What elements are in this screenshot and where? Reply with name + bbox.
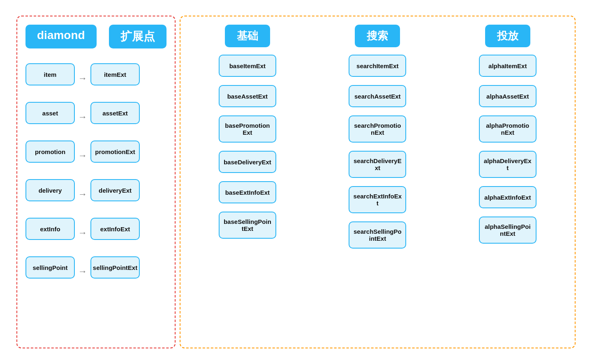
node-itemExt: itemExt <box>90 63 140 85</box>
search-item-4: searchExtInfoExt <box>349 186 406 213</box>
node-promotionExt: promotionExt <box>90 141 140 163</box>
sections-right: 基础 baseItemExt baseAssetExt basePromotio… <box>180 16 576 348</box>
arrow-icon-2: → <box>78 112 87 122</box>
base-item-5: baseSellingPointExt <box>219 212 276 239</box>
base-item-4: baseExtInfoExt <box>219 181 276 203</box>
arrow-icon-4: → <box>78 189 87 200</box>
alpha-item-4: alphaExtInfoExt <box>479 186 536 208</box>
diamond-headers: diamond 扩展点 <box>25 25 166 56</box>
row-item: item → itemExt <box>25 63 166 94</box>
base-item-2: basePromotionExt <box>219 115 276 143</box>
search-item-5: searchSellingPointExt <box>349 221 406 249</box>
base-item-0: baseItemExt <box>219 55 276 77</box>
base-item-1: baseAssetExt <box>219 85 276 107</box>
node-assetExt: assetExt <box>90 102 140 124</box>
node-deliveryExt: deliveryExt <box>90 179 140 201</box>
node-extInfo: extInfo <box>25 218 75 240</box>
col-alpha: 投放 alphaItemExt alphaAssetExt alphaPromo… <box>445 25 571 339</box>
node-asset: asset <box>25 102 75 124</box>
section-diamond: diamond 扩展点 item → itemExt asset → <box>16 16 176 348</box>
arrow-icon-5: → <box>78 228 87 238</box>
row-sellingPoint: sellingPoint → sellingPointExt <box>25 256 166 287</box>
alpha-item-0: alphaItemExt <box>479 55 536 77</box>
row-extInfo: extInfo → extInfoExt <box>25 218 166 248</box>
row-asset: asset → assetExt <box>25 102 166 132</box>
row-promotion: promotion → promotionExt <box>25 141 166 171</box>
search-item-0: searchItemExt <box>349 55 406 77</box>
alpha-item-2: alphaPromotionExt <box>479 115 536 143</box>
node-promotion: promotion <box>25 141 75 163</box>
arrow-icon-6: → <box>78 266 87 277</box>
col-search: 搜索 searchItemExt searchAssetExt searchPr… <box>314 25 440 339</box>
diamond-rows: item → itemExt asset → assetExt <box>25 63 166 295</box>
arrow-icon-3: → <box>78 150 87 161</box>
search-item-2: searchPromotionExt <box>349 115 406 143</box>
search-item-3: searchDeliveryExt <box>349 151 406 178</box>
row-delivery: delivery → deliveryExt <box>25 179 166 210</box>
col-base: 基础 baseItemExt baseAssetExt basePromotio… <box>185 25 310 339</box>
diamond-title: diamond <box>25 25 97 48</box>
alpha-item-1: alphaAssetExt <box>479 85 536 107</box>
arrow-icon: → <box>78 73 87 84</box>
base-item-3: baseDeliveryExt <box>219 151 276 173</box>
alpha-item-5: alphaSellingPointExt <box>479 217 536 244</box>
alpha-title: 投放 <box>485 25 530 47</box>
node-delivery: delivery <box>25 179 75 201</box>
base-title: 基础 <box>225 25 270 47</box>
node-sellingPoint: sellingPoint <box>25 256 75 279</box>
search-title: 搜索 <box>355 25 400 47</box>
alpha-item-3: alphaDeliveryExt <box>479 151 536 178</box>
diagram-container: diamond 扩展点 item → itemExt asset → <box>8 7 584 357</box>
node-extInfoExt: extInfoExt <box>90 218 140 240</box>
ext-title: 扩展点 <box>109 25 166 48</box>
node-item: item <box>25 63 75 85</box>
node-sellingPointExt: sellingPointExt <box>90 256 140 279</box>
search-item-1: searchAssetExt <box>349 85 406 107</box>
